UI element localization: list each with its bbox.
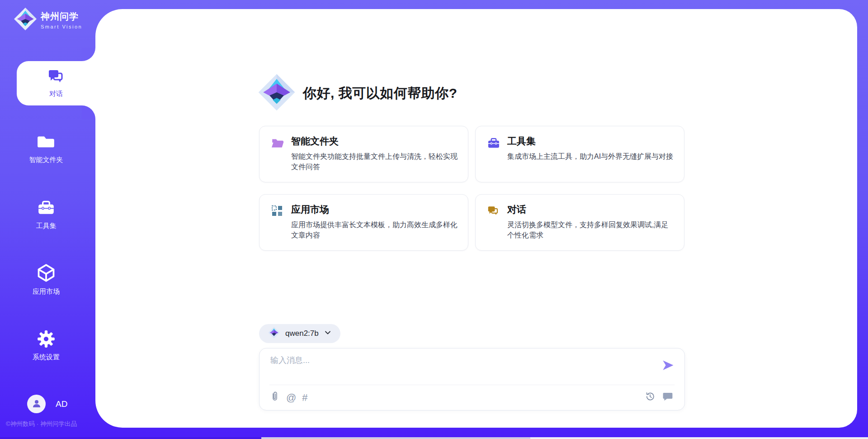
app-window: 神州问学 Smart Vision 对话 [0,0,868,439]
gear-icon [37,329,56,350]
copyright-text: ©神州数码 · 神州问学出品 [6,420,77,428]
scrollbar-thumb[interactable] [261,437,530,439]
scrollbar-track-right [530,437,868,439]
sidebar-item-settings[interactable]: 系统设置 [0,329,92,362]
tab-connector-top [82,48,95,61]
card-description: 智能文件夹功能支持批量文件上传与清洗，轻松实现文件问答 [291,151,458,172]
model-name: qwen2:7b [285,329,319,338]
history-icon[interactable] [645,391,656,404]
feature-card-chat[interactable]: 对话 灵活切换多模型文件，支持多样回复效果调试,满足个性化需求 [475,194,684,251]
sidebar-item-chat[interactable]: 对话 [17,61,95,105]
toolbox-icon [487,136,500,152]
sidebar: 神州问学 Smart Vision 对话 [0,0,95,439]
greeting-header: 你好, 我可以如何帮助你? [258,73,458,113]
sidebar-item-app-market[interactable]: 应用市场 [0,263,92,296]
scrollbar-track-left [0,437,261,439]
sidebar-item-label: 系统设置 [0,353,92,362]
tab-connector-bottom [82,105,95,119]
sidebar-item-label: 对话 [17,90,95,98]
card-description: 集成市场上主流工具，助力AI与外界无缝扩展与对接 [507,151,674,162]
gem-model-icon [268,327,280,340]
folder-icon [37,132,56,153]
chat-bubbles-icon [47,67,65,87]
user-name: AD [56,399,67,409]
card-title: 对话 [507,203,526,216]
message-input[interactable] [270,355,659,382]
model-selector[interactable]: qwen2:7b [259,324,340,343]
message-composer: @ # [259,348,685,410]
card-title: 智能文件夹 [291,135,339,148]
feature-card-smart-folder[interactable]: 智能文件夹 智能文件夹功能支持批量文件上传与清洗，轻松实现文件问答 [259,126,468,182]
horizontal-scrollbar[interactable] [0,437,868,439]
send-icon[interactable] [661,358,675,372]
feature-card-toolset[interactable]: 工具集 集成市场上主流工具，助力AI与外界无缝扩展与对接 [475,126,684,182]
user-account[interactable]: AD [27,395,67,413]
app-grid-icon [271,205,283,219]
feature-card-app-market[interactable]: 应用市场 应用市场提供丰富长文本模板，助力高效生成多样化文章内容 [259,194,468,251]
folder-open-icon [271,136,284,152]
composer-divider [269,385,675,385]
sidebar-item-toolset[interactable]: 工具集 [0,198,92,230]
brand-name: 神州问学 [41,10,82,23]
gem-assistant-icon [258,73,296,113]
mention-icon[interactable]: @ [286,392,296,404]
user-icon [31,398,42,410]
attachment-icon[interactable] [269,391,280,405]
card-title: 应用市场 [291,203,329,216]
chat-bubbles-icon [487,205,500,219]
card-description: 应用市场提供丰富长文本模板，助力高效生成多样化文章内容 [291,220,458,240]
sidebar-item-label: 智能文件夹 [0,156,92,164]
card-description: 灵活切换多模型文件，支持多样回复效果调试,满足个性化需求 [507,220,674,240]
card-title: 工具集 [507,135,536,148]
brand-tagline: Smart Vision [41,24,82,29]
hashtag-icon[interactable]: # [302,392,307,404]
cube-icon [36,263,56,285]
chat-bubble-icon[interactable] [662,391,674,404]
gem-logo-icon [14,7,37,33]
toolbox-icon [37,198,56,219]
chevron-down-icon [324,329,331,338]
sidebar-item-label: 应用市场 [0,287,92,296]
greeting-text: 你好, 我可以如何帮助你? [303,84,458,103]
sidebar-item-label: 工具集 [0,222,92,230]
avatar[interactable] [27,395,46,413]
brand-logo: 神州问学 Smart Vision [14,7,82,33]
sidebar-item-smart-folder[interactable]: 智能文件夹 [0,132,92,164]
